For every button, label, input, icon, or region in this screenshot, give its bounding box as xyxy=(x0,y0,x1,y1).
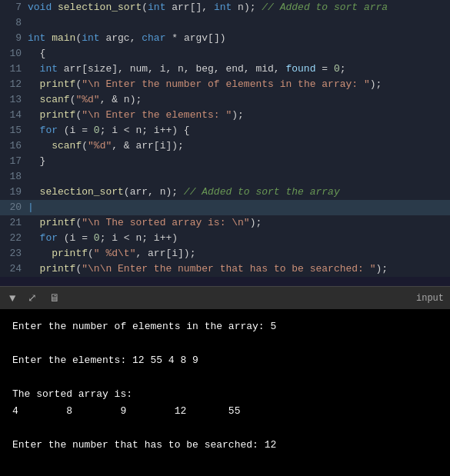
line-number: 11 xyxy=(0,62,28,77)
line-number: 20 xyxy=(0,200,28,215)
console-output: Enter the number of elements in the arra… xyxy=(0,309,450,476)
line-content: printf("\n The sorted array is: \n"); xyxy=(28,215,450,231)
line-number: 14 xyxy=(0,108,28,123)
code-line-18: 18 xyxy=(0,169,450,185)
console-line: 4 8 9 12 55 xyxy=(12,403,438,420)
line-content: scanf("%d", & arr[i]); xyxy=(28,138,450,154)
line-number: 9 xyxy=(0,31,28,46)
console-line xyxy=(12,420,438,437)
code-line-16: 16 scanf("%d", & arr[i]); xyxy=(0,138,450,154)
line-content: printf("\n\n Enter the number that has t… xyxy=(28,261,450,277)
code-line-9: 9int main(int argc, char * argv[]) xyxy=(0,31,450,46)
code-line-10: 10 { xyxy=(0,46,450,62)
code-line-8: 8 xyxy=(0,15,450,31)
code-line-14: 14 printf("\n Enter the elements: "); xyxy=(0,108,450,123)
code-line-24: 24 printf("\n\n Enter the number that ha… xyxy=(0,261,450,277)
line-content: } xyxy=(28,154,450,169)
code-scrollbar[interactable] xyxy=(0,277,450,286)
console-line: Enter the number that has to be searched… xyxy=(12,437,438,454)
line-content: void selection_sort(int arr[], int n); /… xyxy=(28,0,450,15)
line-number: 17 xyxy=(0,154,28,169)
toolbar: ▼ ⤢ 🖥 input xyxy=(0,286,450,309)
line-number: 21 xyxy=(0,215,28,231)
line-number: 7 xyxy=(0,0,28,15)
line-number: 8 xyxy=(0,15,28,31)
line-number: 18 xyxy=(0,169,28,185)
console-line xyxy=(12,369,438,386)
line-content: printf(" %d\t", arr[i]); xyxy=(28,246,450,261)
line-content: scanf("%d", & n); xyxy=(28,92,450,108)
line-number: 15 xyxy=(0,123,28,138)
code-line-11: 11 int arr[size], num, i, n, beg, end, m… xyxy=(0,62,450,77)
line-content: | xyxy=(28,200,450,215)
line-number: 22 xyxy=(0,231,28,246)
line-content: for (i = 0; i < n; i++) { xyxy=(28,123,450,138)
toolbar-left: ▼ ⤢ 🖥 xyxy=(6,290,63,306)
line-content: printf("\n Enter the number of elements … xyxy=(28,77,450,92)
line-content: printf("\n Enter the elements: "); xyxy=(28,108,450,123)
line-content: { xyxy=(28,46,450,62)
line-number: 24 xyxy=(0,261,28,277)
collapse-btn[interactable]: ▼ xyxy=(6,291,18,306)
code-line-19: 19 selection_sort(arr, n); // Added to s… xyxy=(0,185,450,200)
expand-btn[interactable]: ⤢ xyxy=(25,290,40,306)
line-content: int arr[size], num, i, n, beg, end, mid,… xyxy=(28,62,450,77)
line-number: 12 xyxy=(0,77,28,92)
code-line-21: 21 printf("\n The sorted array is: \n"); xyxy=(0,215,450,231)
terminal-btn[interactable]: 🖥 xyxy=(46,291,63,306)
line-number: 10 xyxy=(0,46,28,62)
line-number: 19 xyxy=(0,185,28,200)
line-number: 23 xyxy=(0,246,28,261)
code-line-22: 22 for (i = 0; i < n; i++) xyxy=(0,231,450,246)
console-line: Enter the number of elements in the arra… xyxy=(12,318,438,335)
line-content: int main(int argc, char * argv[]) xyxy=(28,31,450,46)
toolbar-input-label: input xyxy=(416,293,444,304)
code-line-23: 23 printf(" %d\t", arr[i]); xyxy=(0,246,450,261)
line-number: 13 xyxy=(0,92,28,108)
code-line-20: 20| xyxy=(0,200,450,215)
line-content: for (i = 0; i < n; i++) xyxy=(28,231,450,246)
code-line-12: 12 printf("\n Enter the number of elemen… xyxy=(0,77,450,92)
line-number: 16 xyxy=(0,138,28,154)
code-line-15: 15 for (i = 0; i < n; i++) { xyxy=(0,123,450,138)
code-line-13: 13 scanf("%d", & n); xyxy=(0,92,450,108)
console-line: Enter the elements: 12 55 4 8 9 xyxy=(12,352,438,369)
code-line-17: 17 } xyxy=(0,154,450,169)
code-line-7: 7void selection_sort(int arr[], int n); … xyxy=(0,0,450,15)
console-line xyxy=(12,335,438,352)
console-line: The sorted array is: xyxy=(12,386,438,403)
line-content: selection_sort(arr, n); // Added to sort… xyxy=(28,185,450,200)
code-editor[interactable]: 7void selection_sort(int arr[], int n); … xyxy=(0,0,450,277)
